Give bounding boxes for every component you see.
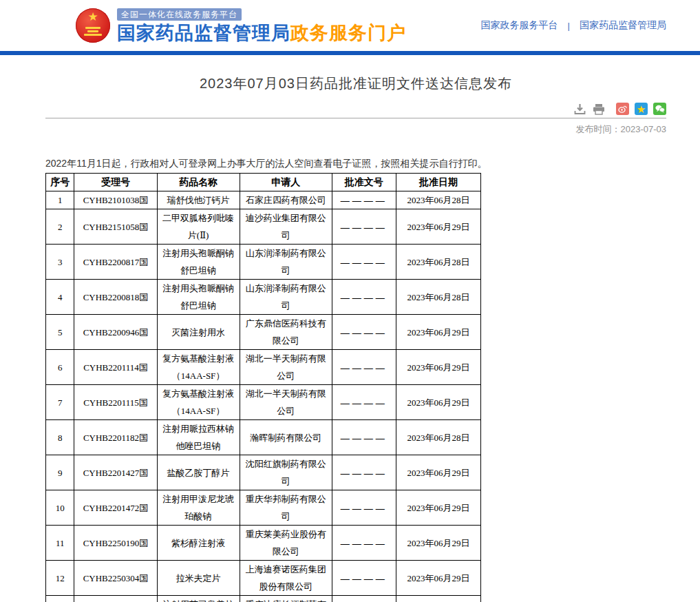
- table-cell: 山东润泽制药有限公司: [240, 280, 332, 315]
- table-cell: 重庆华邦制药有限公司: [240, 490, 332, 526]
- table-cell: 拉米夫定片: [157, 561, 240, 596]
- table-cell: 复方氨基酸注射液（14AA-SF）: [157, 385, 240, 420]
- table-row: 6CYHB2201114国复方氨基酸注射液（14AA-SF）湖北一半天制药有限公…: [46, 350, 481, 385]
- table-cell: ————: [332, 526, 396, 561]
- table-row: 11CYHB2250190国紫杉醇注射液重庆莱美药业股份有限公司————2023…: [46, 526, 481, 561]
- table-cell: 2023年06月29日: [396, 490, 480, 526]
- table-cell: CYHB2201114国: [74, 350, 157, 385]
- table-cell: ————: [332, 420, 396, 455]
- table-header-row: 序号受理号药品名称申请人批准文号批准日期: [46, 174, 481, 191]
- table-cell: ————: [332, 596, 396, 602]
- weibo-icon[interactable]: [616, 103, 629, 115]
- table-cell: 9: [46, 455, 74, 490]
- table-cell: 2023年06月29日: [396, 209, 480, 245]
- table-cell: CYHB2201115国: [74, 385, 157, 420]
- table-cell: 湖北一半天制药有限公司: [240, 350, 332, 385]
- table-cell: 5: [46, 315, 74, 350]
- table-cell: 11: [46, 526, 74, 561]
- column-header: 批准文号: [332, 174, 396, 191]
- table-cell: ————: [332, 280, 396, 315]
- table-cell: 山东润泽制药有限公司: [240, 245, 332, 280]
- site-title-main: 国家药品监督管理局: [117, 23, 290, 43]
- table-cell: ————: [332, 385, 396, 420]
- national-emblem-icon: ★: [76, 8, 110, 43]
- table-cell: 迪沙药业集团有限公司: [240, 209, 332, 245]
- table-cell: 3: [46, 245, 74, 280]
- link-separator: |: [568, 21, 570, 31]
- article-content: 2023年07月03日药品批准证明文件送达信息发布 ★ 发布时间：2023-07…: [45, 74, 666, 602]
- table-cell: CYHB2250304国: [74, 561, 157, 596]
- table-row: 10CYHB2201472国注射用甲泼尼龙琥珀酸钠重庆华邦制药有限公司————2…: [46, 490, 481, 526]
- table-cell: 1: [46, 191, 74, 209]
- table-cell: 2: [46, 209, 74, 245]
- table-cell: ————: [332, 209, 396, 245]
- table-cell: 灭菌注射用水: [157, 315, 240, 350]
- site-logo[interactable]: ★ 全国一体化在线政务服务平台 国家药品监督管理局政务服务门户: [76, 8, 406, 44]
- table-cell: CYHB2200818国: [74, 280, 157, 315]
- table-cell: 10: [46, 490, 74, 526]
- table-cell: CYHB2250190国: [74, 526, 157, 561]
- table-cell: 2023年06月29日: [396, 315, 480, 350]
- table-cell: 二甲双胍格列吡嗪片(Ⅱ): [157, 209, 240, 245]
- table-cell: ————: [332, 350, 396, 385]
- table-cell: 紫杉醇注射液: [157, 526, 240, 561]
- table-cell: 重庆迪康长江制药有限公司: [240, 596, 332, 602]
- qzone-icon[interactable]: ★: [635, 103, 648, 115]
- table-cell: CYHB2250307国: [74, 596, 157, 602]
- table-cell: 2023年06月29日: [396, 561, 480, 596]
- notice-text: 2022年11月1日起，行政相对人可登录网上办事大厅的法人空间查看电子证照，按照…: [45, 157, 666, 169]
- site-title: 国家药品监督管理局政务服务门户: [117, 22, 406, 44]
- table-cell: CYHB2201182国: [74, 420, 157, 455]
- column-header: 受理号: [74, 174, 157, 191]
- table-cell: 12: [46, 561, 74, 596]
- table-cell: 2023年06月28日: [396, 191, 480, 209]
- table-cell: ————: [332, 315, 396, 350]
- print-icon[interactable]: [592, 103, 605, 115]
- table-cell: ————: [332, 245, 396, 280]
- table-cell: CYHB2101038国: [74, 191, 157, 209]
- table-row: 4CYHB2200818国注射用头孢哌酮钠舒巴坦钠山东润泽制药有限公司————2…: [46, 280, 481, 315]
- table-cell: 石家庄四药有限公司: [240, 191, 332, 209]
- site-header: ★ 全国一体化在线政务服务平台 国家药品监督管理局政务服务门户 国家政务服务平台…: [0, 0, 700, 51]
- site-title-accent: 政务服务门户: [290, 23, 406, 43]
- wechat-icon[interactable]: [653, 103, 666, 115]
- page-title: 2023年07月03日药品批准证明文件送达信息发布: [45, 74, 666, 93]
- table-cell: 2023年06月28日: [396, 280, 480, 315]
- table-cell: 沈阳红旗制药有限公司: [240, 455, 332, 490]
- table-cell: 湖北一半天制药有限公司: [240, 385, 332, 420]
- table-cell: CYHB2151058国: [74, 209, 157, 245]
- table-cell: CYHB2200817国: [74, 245, 157, 280]
- table-cell: 2023年06月29日: [396, 526, 480, 561]
- table-cell: 瀚晖制药有限公司: [240, 420, 332, 455]
- table-row: 7CYHB2201115国复方氨基酸注射液（14AA-SF）湖北一半天制药有限公…: [46, 385, 481, 420]
- publish-time-value: 2023-07-03: [621, 124, 667, 134]
- approval-table: 序号受理号药品名称申请人批准文号批准日期 1CYHB2101038国瑞舒伐他汀钙…: [45, 173, 481, 602]
- publish-time: 发布时间：2023-07-03: [45, 123, 666, 136]
- table-cell: 2023年06月29日: [396, 385, 480, 420]
- table-cell: 8: [46, 420, 74, 455]
- table-cell: 注射用头孢哌酮钠舒巴坦钠: [157, 245, 240, 280]
- table-cell: 注射用艾司奥美拉唑钠: [157, 596, 240, 602]
- table-row: 2CYHB2151058国二甲双胍格列吡嗪片(Ⅱ)迪沙药业集团有限公司————2…: [46, 209, 481, 245]
- table-row: 9CYHB2201427国盐酸乙胺丁醇片沈阳红旗制药有限公司————2023年0…: [46, 455, 481, 490]
- header-accent-bar: [0, 51, 700, 55]
- table-cell: CYHB2200946国: [74, 315, 157, 350]
- table-cell: ————: [332, 561, 396, 596]
- table-cell: 重庆莱美药业股份有限公司: [240, 526, 332, 561]
- table-cell: 广东鼎信医药科技有限公司: [240, 315, 332, 350]
- download-icon[interactable]: [573, 103, 586, 115]
- table-cell: 2023年06月29日: [396, 596, 480, 602]
- column-header: 申请人: [240, 174, 332, 191]
- table-cell: 2023年06月28日: [396, 420, 480, 455]
- link-nmpa[interactable]: 国家药品监督管理局: [580, 19, 666, 32]
- table-row: 13CYHB2250307国注射用艾司奥美拉唑钠重庆迪康长江制药有限公司————…: [46, 596, 481, 602]
- table-cell: CYHB2201472国: [74, 490, 157, 526]
- link-national-gov-platform[interactable]: 国家政务服务平台: [481, 19, 558, 32]
- table-cell: 7: [46, 385, 74, 420]
- table-cell: 4: [46, 280, 74, 315]
- table-row: 1CYHB2101038国瑞舒伐他汀钙片石家庄四药有限公司————2023年06…: [46, 191, 481, 209]
- table-cell: 瑞舒伐他汀钙片: [157, 191, 240, 209]
- table-cell: 注射用哌拉西林钠他唑巴坦钠: [157, 420, 240, 455]
- column-header: 序号: [46, 174, 74, 191]
- table-cell: 盐酸乙胺丁醇片: [157, 455, 240, 490]
